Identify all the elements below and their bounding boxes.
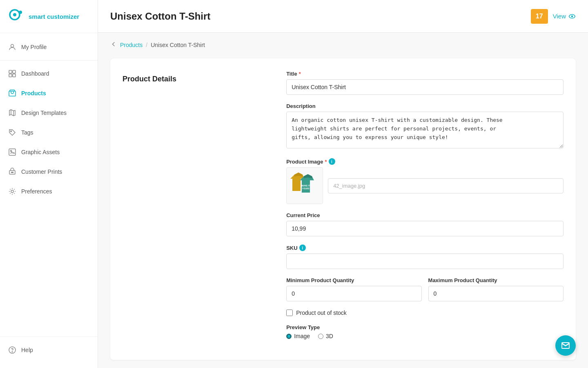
design-templates-icon	[8, 109, 16, 117]
product-image-info-icon[interactable]: i	[329, 158, 335, 165]
sidebar-label-dashboard: Dashboard	[21, 70, 49, 77]
logo-area: smart customizer	[0, 0, 98, 33]
out-of-stock-checkbox[interactable]	[286, 310, 293, 316]
sidebar-item-graphic-assets[interactable]: Graphic Assets	[0, 142, 98, 162]
title-required: *	[299, 71, 301, 77]
current-price-input[interactable]	[286, 221, 564, 236]
sidebar-label-products: Products	[21, 90, 46, 96]
image-filename: 42_image.jpg	[328, 178, 564, 193]
eye-icon	[568, 13, 576, 20]
svg-rect-6	[9, 74, 12, 77]
sidebar-item-help[interactable]: Help	[0, 340, 98, 360]
sku-group: SKU i	[286, 245, 564, 269]
svg-rect-4	[9, 70, 12, 73]
preview-image-option: Image	[286, 333, 310, 339]
notification-badge[interactable]: 17	[531, 9, 548, 24]
product-image-thumbnail[interactable]: MAKE IT YOURS	[286, 167, 323, 204]
min-qty-label: Minimum Product Quantity	[286, 277, 421, 283]
max-qty-input[interactable]	[428, 286, 564, 301]
product-image-row: MAKE IT YOURS 42_image.jpg	[286, 167, 564, 204]
preview-image-radio[interactable]	[286, 334, 292, 339]
dashboard-icon	[8, 70, 16, 78]
graphic-assets-icon	[8, 148, 16, 156]
svg-point-1	[13, 13, 16, 16]
svg-point-18	[571, 15, 573, 17]
preview-type-options: Image 3D	[286, 333, 564, 339]
sidebar-item-my-profile[interactable]: My Profile	[0, 37, 98, 57]
sidebar-item-tags[interactable]: Tags	[0, 123, 98, 142]
svg-point-2	[19, 11, 22, 14]
sidebar-label-help: Help	[21, 347, 33, 353]
app-name: smart customizer	[29, 13, 79, 20]
sku-info-icon[interactable]: i	[299, 245, 306, 251]
product-image-group: Product Image * i	[286, 158, 564, 204]
min-qty-input[interactable]	[286, 286, 421, 301]
product-image-label: Product Image * i	[286, 158, 564, 165]
product-image-svg: MAKE IT YOURS	[288, 169, 321, 202]
svg-point-3	[11, 45, 14, 47]
main-area: Unisex Cotton T-Shirt 17 View Products /	[98, 0, 588, 368]
title-label: Title *	[286, 71, 564, 77]
max-qty-group: Maximum Product Quantity	[428, 277, 564, 301]
svg-point-16	[12, 352, 12, 352]
title-group: Title *	[286, 71, 564, 95]
sidebar-label-my-profile: My Profile	[21, 44, 47, 50]
max-qty-label: Maximum Product Quantity	[428, 277, 564, 283]
sidebar-label-customer-prints: Customer Prints	[21, 168, 62, 175]
sidebar-label-design-templates: Design Templates	[21, 110, 67, 116]
form-right-panel: Title * Description An organic cotton un…	[286, 71, 564, 348]
sidebar-label-graphic-assets: Graphic Assets	[21, 149, 60, 155]
out-of-stock-label[interactable]: Product out of stock	[296, 310, 347, 316]
product-form-card: Product Details Title * Description An o…	[110, 58, 576, 360]
breadcrumb-products-link[interactable]: Products	[120, 42, 143, 48]
form-left-panel: Product Details	[122, 71, 276, 348]
current-price-group: Current Price	[286, 212, 564, 236]
sidebar-label-tags: Tags	[21, 129, 33, 136]
svg-point-9	[11, 131, 11, 132]
email-icon	[561, 341, 570, 350]
sidebar: smart customizer My Profile	[0, 0, 98, 368]
logo-icon	[8, 8, 24, 25]
quantity-row: Minimum Product Quantity Maximum Product…	[286, 277, 564, 310]
sidebar-label-preferences: Preferences	[21, 188, 52, 195]
svg-text:MAKE IT: MAKE IT	[302, 184, 310, 187]
sku-input[interactable]	[286, 254, 564, 269]
preview-3d-radio[interactable]	[318, 334, 323, 339]
sidebar-navigation: My Profile Dashboard	[0, 33, 98, 329]
page-header: Unisex Cotton T-Shirt 17 View	[98, 0, 588, 33]
svg-rect-13	[11, 172, 13, 173]
help-icon	[8, 346, 16, 354]
section-label: Product Details	[122, 71, 276, 83]
header-right: 17 View	[531, 9, 576, 24]
view-button[interactable]: View	[553, 13, 576, 20]
sidebar-item-dashboard[interactable]: Dashboard	[0, 64, 98, 83]
products-icon	[8, 89, 16, 97]
image-required: *	[325, 159, 327, 165]
sidebar-item-design-templates[interactable]: Design Templates	[0, 103, 98, 123]
description-label: Description	[286, 103, 564, 109]
view-label: View	[553, 13, 566, 20]
preview-image-label[interactable]: Image	[294, 333, 310, 339]
sidebar-item-customer-prints[interactable]: Customer Prints	[0, 162, 98, 182]
current-price-label: Current Price	[286, 212, 564, 218]
svg-rect-7	[13, 74, 16, 77]
description-textarea[interactable]: An organic cotton unisex T-shirt with a …	[286, 112, 564, 148]
breadcrumb-back-arrow[interactable]	[110, 41, 117, 49]
preview-type-label: Preview Type	[286, 324, 564, 330]
sidebar-item-products[interactable]: Products	[0, 83, 98, 103]
out-of-stock-row: Product out of stock	[286, 310, 564, 316]
page-title: Unisex Cotton T-Shirt	[110, 11, 210, 22]
svg-point-11	[11, 150, 12, 152]
title-input[interactable]	[286, 79, 564, 95]
customer-prints-icon	[8, 168, 16, 176]
sidebar-bottom: Help	[0, 329, 98, 368]
preview-3d-label[interactable]: 3D	[326, 333, 333, 339]
tags-icon	[8, 128, 16, 137]
svg-rect-5	[13, 70, 16, 73]
support-button[interactable]	[555, 335, 576, 356]
preview-3d-option: 3D	[318, 333, 333, 339]
profile-icon	[8, 43, 16, 51]
sidebar-item-preferences[interactable]: Preferences	[0, 182, 98, 201]
content-area: Products / Unisex Cotton T-Shirt Product…	[98, 33, 588, 368]
sku-label: SKU i	[286, 245, 564, 251]
